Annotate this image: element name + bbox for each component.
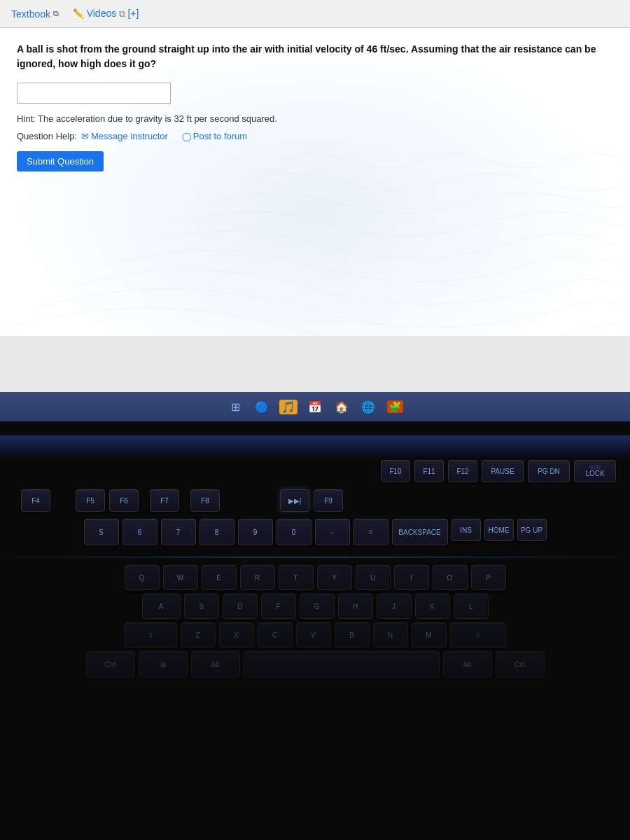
key-n[interactable]: N — [373, 622, 408, 648]
submit-button[interactable]: Submit Question — [17, 151, 104, 172]
key-pause[interactable]: PAUSE — [482, 460, 524, 482]
key-l[interactable]: L — [454, 594, 489, 619]
key-q[interactable]: Q — [125, 565, 160, 590]
browser-area: Textbook ✏️ Videos ⧉ [+] A ball is shot … — [0, 0, 630, 392]
key-backspace[interactable]: BACKSPACE — [392, 519, 448, 545]
taskbar: ⊞ 🔵 🎵 📅 🏠 🌐 🧩 — [0, 392, 630, 421]
key-8[interactable]: 8 — [200, 519, 234, 545]
bottom-key-row: Ctrl ⊞ Alt Alt Ctrl — [0, 651, 630, 678]
key-c[interactable]: C — [258, 622, 293, 648]
key-space[interactable] — [244, 651, 440, 678]
key-win[interactable]: ⊞ — [139, 651, 188, 678]
key-a[interactable]: A — [142, 594, 181, 619]
key-alt-right[interactable]: Alt — [443, 651, 492, 678]
letter-row-2: A S D F G H J K L — [0, 594, 630, 619]
num-key-row: 5 6 7 8 9 0 - = BACKSPACE INS HOME — [0, 519, 630, 545]
key-b[interactable]: B — [335, 622, 370, 648]
key-t[interactable]: T — [279, 565, 314, 590]
key-z[interactable]: Z — [181, 622, 216, 648]
key-o[interactable]: O — [433, 565, 468, 590]
key-home[interactable]: HOME — [484, 519, 514, 541]
taskbar-app-5[interactable]: 🌐 — [358, 396, 379, 417]
key-k[interactable]: K — [415, 594, 450, 619]
key-u[interactable]: U — [356, 565, 391, 590]
key-ctrl-left[interactable]: Ctrl — [86, 651, 135, 678]
key-shift-left[interactable]: ⇧ — [125, 622, 177, 648]
key-f[interactable]: F — [261, 594, 296, 619]
keyboard-area: F10 F11 F12 PAUSE PG DN SCR LOCK F4 F5 F… — [0, 421, 630, 840]
fn-key-row: F10 F11 F12 PAUSE PG DN SCR LOCK — [0, 460, 630, 482]
key-ctrl-right[interactable]: Ctrl — [496, 651, 545, 678]
key-x[interactable]: X — [219, 622, 254, 648]
key-equals[interactable]: = — [354, 519, 388, 545]
letter-row-1: Q W E R T Y U I O P — [0, 565, 630, 590]
post-to-forum-text: Post to forum — [193, 131, 247, 141]
key-alt-left[interactable]: Alt — [191, 651, 240, 678]
keyboard-glow-line — [0, 556, 630, 558]
taskbar-app-3[interactable]: 📅 — [304, 396, 326, 417]
key-s[interactable]: S — [184, 594, 219, 619]
key-f11[interactable]: F11 — [414, 460, 444, 482]
key-m[interactable]: M — [412, 622, 447, 648]
key-p[interactable]: P — [471, 565, 506, 590]
question-help-label: Question Help: — [17, 131, 77, 141]
taskbar-app-2[interactable]: 🎵 — [278, 396, 299, 417]
key-minus[interactable]: - — [315, 519, 350, 545]
content-area: A ball is shot from the ground straight … — [0, 28, 630, 336]
key-w[interactable]: W — [163, 565, 198, 590]
key-f9[interactable]: ▶▶| — [280, 489, 309, 512]
answer-input[interactable] — [17, 83, 171, 104]
key-r[interactable]: R — [240, 565, 275, 590]
key-f6[interactable]: F6 — [109, 489, 139, 512]
question-text: A ball is shot from the ground straight … — [17, 42, 613, 71]
post-icon: ◯ — [182, 132, 191, 141]
hint-text: Hint: The acceleration due to gravity is… — [17, 113, 613, 124]
key-6[interactable]: 6 — [122, 519, 158, 545]
key-d[interactable]: D — [223, 594, 258, 619]
taskbar-app-6[interactable]: 🧩 — [384, 396, 405, 417]
key-f5[interactable]: F5 — [76, 489, 105, 512]
key-i[interactable]: I — [394, 565, 429, 590]
screen-edge — [0, 435, 630, 456]
nav-divider: ✏️ Videos ⧉ [+] — [73, 8, 139, 20]
key-shift-right[interactable]: ⇧ — [450, 622, 506, 648]
taskbar-app-4[interactable]: 🏠 — [331, 396, 352, 417]
message-instructor-link[interactable]: ✉ Message instructor — [81, 131, 168, 141]
key-9[interactable]: 9 — [238, 519, 273, 545]
key-e[interactable]: E — [202, 565, 237, 590]
key-g[interactable]: G — [300, 594, 335, 619]
message-instructor-text: Message instructor — [91, 131, 168, 141]
key-v[interactable]: V — [296, 622, 331, 648]
key-5[interactable]: 5 — [84, 519, 119, 545]
mail-icon: ✉ — [81, 131, 89, 141]
key-h[interactable]: H — [338, 594, 373, 619]
textbook-link[interactable]: Textbook — [11, 8, 59, 20]
question-help-row: Question Help: ✉ Message instructor ◯ Po… — [17, 131, 613, 141]
letter-row-3: ⇧ Z X C V B N M ⇧ — [0, 622, 630, 648]
taskbar-windows-icon[interactable]: ⊞ — [225, 396, 246, 417]
taskbar-app-1[interactable]: 🔵 — [251, 396, 272, 417]
key-f7[interactable]: F7 — [150, 489, 179, 512]
key-pgup[interactable]: PG UP — [517, 519, 547, 541]
fn-key-row-2: F4 F5 F6 F7 F8 ▶▶| F9 — [0, 489, 630, 512]
key-7[interactable]: 7 — [161, 519, 196, 545]
post-to-forum-link[interactable]: ◯ Post to forum — [182, 131, 247, 141]
key-f8[interactable]: F8 — [190, 489, 220, 512]
key-y[interactable]: Y — [317, 565, 352, 590]
key-ins[interactable]: INS — [451, 519, 481, 541]
key-j[interactable]: J — [377, 594, 412, 619]
key-pgdn[interactable]: PG DN — [528, 460, 570, 482]
key-f12[interactable]: F12 — [448, 460, 477, 482]
key-scrlock[interactable]: SCR LOCK — [574, 460, 616, 482]
key-f10b[interactable]: F9 — [314, 489, 343, 512]
key-f10[interactable]: F10 — [381, 460, 410, 482]
key-f4[interactable]: F4 — [21, 489, 50, 512]
key-0[interactable]: 0 — [276, 519, 312, 545]
top-nav: Textbook ✏️ Videos ⧉ [+] — [0, 0, 630, 28]
